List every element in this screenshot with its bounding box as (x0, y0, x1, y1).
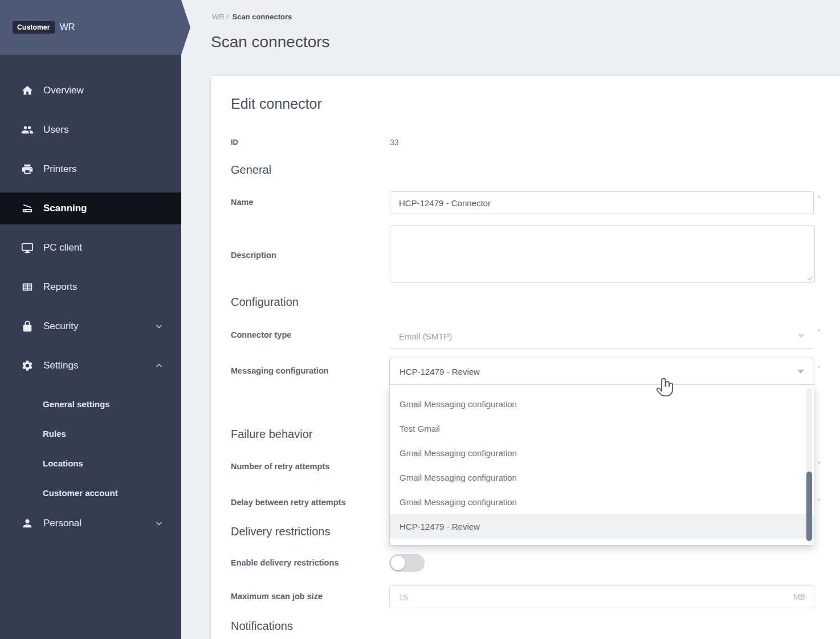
sidebar-item-overview[interactable]: Overview (0, 75, 181, 106)
connector-type-select: Email (SMTP) (390, 325, 814, 349)
sidebar-item-label: Security (43, 321, 78, 332)
dropdown-option[interactable]: Gmail Messaging configuration (390, 465, 814, 490)
sidebar-item-label: Users (43, 124, 68, 136)
retry-delay-label: Delay between retry attempts (231, 498, 345, 507)
users-icon (21, 123, 34, 137)
messaging-configuration-value: HCP-12479 - Review (399, 367, 480, 376)
messaging-configuration-select[interactable]: HCP-12479 - Review (389, 358, 814, 385)
section-delivery-restrictions: Delivery restrictions (231, 525, 330, 538)
customer-name: WR (60, 22, 75, 32)
sidebar-item-label: Printers (43, 163, 77, 175)
max-scan-job-size-input (389, 585, 814, 608)
sidebar-subitem-locations[interactable]: Locations (0, 448, 181, 478)
description-label: Description (231, 251, 276, 260)
form-title: Edit connector (231, 96, 322, 112)
home-icon (21, 84, 34, 97)
sidebar-subitem-customer-account[interactable]: Customer account (0, 478, 181, 507)
section-failure-behavior: Failure behavior (231, 428, 312, 441)
table-icon (21, 280, 34, 294)
sidebar-item-scanning[interactable]: Scanning (0, 192, 181, 224)
sidebar-item-security[interactable]: Security (0, 310, 181, 342)
scanner-icon (21, 202, 34, 215)
messaging-configuration-label: Messaging configuration (231, 366, 329, 375)
dropdown-option-selected[interactable]: HCP-12479 - Review (390, 514, 814, 539)
toggle-knob (391, 556, 405, 570)
page-title: Scan connectors (211, 33, 330, 51)
section-general: General (231, 163, 271, 177)
chevron-up-icon (154, 361, 164, 371)
messaging-configuration-dropdown: Gmail Messaging configuration Test Gmail… (389, 385, 814, 546)
required-marker: * (816, 497, 822, 505)
enable-delivery-restrictions-label: Enable delivery restrictions (231, 558, 339, 567)
sidebar-item-pc-client[interactable]: PC client (0, 232, 181, 264)
dropdown-arrow-icon (798, 334, 805, 338)
sidebar-subitem-label: General settings (43, 399, 110, 409)
sidebar-item-printers[interactable]: Printers (0, 153, 181, 185)
breadcrumb-current: Scan connectors (233, 13, 292, 21)
connector-type-label: Connector type (231, 330, 291, 339)
dropdown-option[interactable]: Gmail Messaging configuration (390, 441, 814, 465)
id-label: ID (231, 138, 238, 146)
max-scan-job-size-label: Maximum scan job size (231, 592, 323, 601)
sidebar-item-reports[interactable]: Reports (0, 271, 181, 303)
dropdown-option[interactable]: Test Gmail (390, 416, 814, 441)
person-icon (21, 517, 34, 530)
sidebar-subitem-general-settings[interactable]: General settings (0, 389, 181, 419)
edit-connector-card: Edit connector ID 33 General Name * Desc… (211, 76, 840, 639)
dropdown-option[interactable]: Gmail Messaging configuration (390, 392, 814, 416)
sidebar-item-label: Scanning (43, 203, 87, 214)
sidebar-item-label: PC client (43, 242, 82, 253)
lock-icon (21, 319, 34, 333)
name-label: Name (231, 198, 254, 207)
sidebar-item-settings[interactable]: Settings (0, 350, 181, 382)
name-input[interactable] (390, 191, 814, 214)
monitor-icon (21, 241, 34, 255)
dropdown-arrow-icon (797, 370, 804, 374)
sidebar-nav: Overview Users Printers Scanning PC clie… (0, 75, 181, 547)
sidebar-subitem-label: Rules (43, 429, 66, 439)
section-notifications: Notifications (231, 620, 293, 633)
sidebar-subitem-label: Customer account (43, 488, 118, 498)
enable-delivery-restrictions-toggle[interactable] (389, 554, 425, 572)
retry-attempts-label: Number of retry attempts (231, 462, 329, 471)
chevron-down-icon (154, 518, 164, 529)
sidebar-item-label: Personal (43, 518, 81, 529)
description-textarea[interactable] (390, 226, 815, 283)
dropdown-scrollbar-thumb[interactable] (806, 472, 812, 541)
sidebar-subitem-label: Locations (43, 458, 83, 468)
breadcrumb: WR / Scan connectors (212, 13, 292, 21)
required-marker: * (816, 364, 822, 372)
id-value: 33 (390, 138, 399, 147)
required-marker: * (816, 327, 822, 336)
chevron-down-icon (154, 321, 164, 331)
gear-icon (21, 359, 34, 372)
required-marker: * (816, 194, 822, 202)
required-marker: * (816, 460, 822, 468)
section-configuration: Configuration (231, 296, 299, 309)
sidebar-item-label: Settings (43, 360, 78, 371)
max-scan-job-size-unit: MB (793, 592, 805, 601)
sidebar-item-personal[interactable]: Personal (0, 507, 181, 539)
sidebar-customer-header: Customer WR (0, 0, 190, 55)
printer-icon (21, 162, 34, 176)
sidebar-item-users[interactable]: Users (0, 114, 181, 146)
sidebar: Overview Users Printers Scanning PC clie… (0, 0, 181, 639)
dropdown-option[interactable]: Gmail Messaging configuration (390, 490, 814, 514)
breadcrumb-root[interactable]: WR / (212, 13, 229, 21)
sidebar-subitem-rules[interactable]: Rules (0, 419, 181, 448)
sidebar-item-label: Overview (43, 85, 84, 96)
sidebar-item-label: Reports (43, 281, 78, 293)
connector-type-value: Email (SMTP) (399, 331, 452, 341)
customer-badge: Customer (13, 21, 55, 34)
